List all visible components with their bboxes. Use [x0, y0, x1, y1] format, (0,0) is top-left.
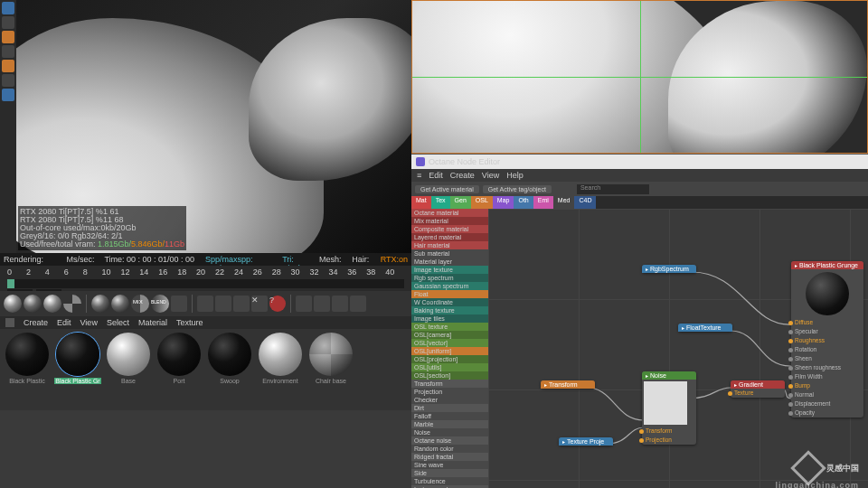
node-port[interactable]: Film Width	[791, 372, 863, 381]
menu-item[interactable]: Texture	[176, 318, 203, 327]
menu-item[interactable]: Help	[506, 171, 524, 180]
tool-button[interactable]	[2, 31, 14, 43]
node-port[interactable]: Displacement	[791, 399, 863, 408]
menu-item[interactable]: Edit	[429, 171, 443, 180]
category-tab[interactable]: Med	[553, 196, 575, 209]
node-type-item[interactable]: OSL[vector]	[411, 339, 488, 347]
node-port[interactable]: Sheen	[791, 354, 863, 363]
node-type-item[interactable]: Layered material	[411, 233, 488, 241]
node-type-item[interactable]: Image tiles	[411, 314, 488, 323]
menu-item[interactable]: View	[80, 318, 98, 327]
node-type-item[interactable]: Transform	[411, 380, 488, 388]
node-type-item[interactable]: OSL texture	[411, 323, 488, 331]
node-type-item[interactable]: Hair material	[411, 241, 488, 249]
node-type-item[interactable]: Sine wave	[411, 461, 488, 469]
tool-icon[interactable]	[314, 296, 330, 312]
shuffle-icon[interactable]: ✕	[251, 296, 268, 312]
node-type-item[interactable]: Baking texture	[411, 306, 488, 314]
search-input[interactable]: Search	[577, 184, 649, 194]
timeline-cursor[interactable]	[7, 279, 14, 288]
menu-item[interactable]: View	[482, 171, 499, 180]
node-port[interactable]: Diffuse	[791, 318, 863, 327]
category-tab[interactable]: Tex	[431, 196, 450, 209]
node-type-item[interactable]: OSL[projection]	[411, 355, 488, 363]
tool-icon[interactable]	[197, 296, 213, 312]
node-type-item[interactable]: OSL[section]	[411, 371, 488, 380]
node-type-item[interactable]: Octane material	[411, 209, 488, 217]
blend-material-icon[interactable]	[151, 295, 169, 313]
material-item[interactable]: Base	[105, 333, 152, 407]
node-type-item[interactable]: W Coordinate	[411, 298, 488, 306]
node-port[interactable]: Roughness	[791, 336, 863, 345]
node-type-item[interactable]: Rgb spectrum	[411, 274, 488, 282]
node-port[interactable]: Rotation	[791, 345, 863, 354]
help-icon[interactable]: ?	[269, 296, 286, 312]
node-port[interactable]: Bump	[791, 381, 863, 390]
tool-icon[interactable]	[233, 296, 250, 312]
node-type-item[interactable]: Dirt	[411, 404, 488, 412]
node-type-item[interactable]: Octane noise	[411, 436, 488, 445]
material-sphere-icon[interactable]	[24, 295, 42, 313]
category-tab[interactable]: Emi	[533, 196, 553, 209]
tool-button[interactable]	[2, 45, 14, 58]
menu-item[interactable]: Create	[450, 171, 475, 180]
node-type-item[interactable]: Image texture	[411, 266, 488, 274]
node-port[interactable]: Opacity	[791, 408, 863, 418]
node-type-list[interactable]: Octane materialMix materialComposite mat…	[411, 209, 488, 488]
node-gradient[interactable]: Gradient Texture	[731, 380, 785, 398]
grid-icon[interactable]	[296, 296, 312, 312]
port-transform[interactable]: Transform	[642, 427, 696, 436]
tool-button[interactable]	[2, 89, 14, 101]
node-port[interactable]: Sheen roughness	[791, 363, 863, 372]
tool-button[interactable]	[2, 2, 14, 14]
node-textureproj[interactable]: Texture Proje	[559, 437, 613, 446]
get-active-material-button[interactable]: Get Active material	[415, 185, 479, 193]
node-noise[interactable]: Noise Transform Projection	[642, 371, 696, 445]
mix-material-icon[interactable]	[131, 295, 149, 313]
node-type-item[interactable]: Material layer	[411, 258, 488, 266]
node-port[interactable]: Specular	[791, 327, 863, 336]
tool-button[interactable]	[2, 74, 14, 87]
menu-item[interactable]: Material	[138, 318, 167, 327]
material-sphere-icon[interactable]	[91, 295, 109, 313]
tool-button[interactable]	[2, 60, 14, 72]
node-type-item[interactable]: Noise	[411, 428, 488, 436]
material-item[interactable]: Swoop	[206, 333, 253, 407]
material-sphere-icon[interactable]	[43, 295, 61, 313]
category-tab[interactable]: Mat	[411, 196, 431, 209]
tool-icon[interactable]	[350, 296, 366, 312]
node-type-item[interactable]: Gaussian spectrum	[411, 282, 488, 290]
tool-icon[interactable]	[171, 296, 187, 312]
node-type-item[interactable]: Marble	[411, 420, 488, 428]
window-titlebar[interactable]: Octane Node Editor	[411, 155, 868, 169]
timeline[interactable]: 0246810121416182022242628303234363840 0 …	[0, 266, 411, 291]
node-type-item[interactable]: OSL[uniform]	[411, 347, 488, 355]
node-type-item[interactable]: OSL[camera]	[411, 331, 488, 339]
node-type-item[interactable]: Checker	[411, 396, 488, 404]
menu-icon[interactable]: ≡	[417, 171, 421, 180]
material-item[interactable]: Chair base	[307, 333, 354, 407]
menu-icon[interactable]	[5, 318, 14, 327]
node-type-item[interactable]: Side	[411, 469, 488, 477]
node-rgbspectrum[interactable]: RgbSpectrum	[642, 265, 696, 273]
node-graph-canvas[interactable]: RgbSpectrum FloatTexture Transform Textu…	[488, 209, 868, 488]
tool-button[interactable]	[2, 16, 14, 29]
material-item[interactable]: Port	[156, 333, 203, 407]
menu-item[interactable]: Create	[24, 318, 48, 327]
node-type-item[interactable]: Turbulence	[411, 477, 488, 485]
material-sphere-icon[interactable]	[63, 295, 81, 313]
tool-icon[interactable]	[332, 296, 348, 312]
node-material-main[interactable]: Black Plastic Grunge DiffuseSpecularRoug…	[791, 261, 863, 418]
node-transform[interactable]: Transform	[541, 380, 595, 389]
menu-item[interactable]: Edit	[57, 318, 71, 327]
category-tab[interactable]: C4D	[574, 196, 596, 209]
node-type-item[interactable]: OSL[utils]	[411, 363, 488, 371]
node-port[interactable]: Normal	[791, 390, 863, 399]
category-tab[interactable]: Gen	[450, 196, 471, 209]
port-projection[interactable]: Projection	[642, 436, 696, 445]
node-type-item[interactable]: Mix material	[411, 217, 488, 225]
node-type-item[interactable]: Falloff	[411, 412, 488, 420]
material-item[interactable]: Black Plastic Gr	[54, 333, 101, 407]
material-sphere-icon[interactable]	[111, 295, 129, 313]
menu-item[interactable]: Select	[107, 318, 129, 327]
